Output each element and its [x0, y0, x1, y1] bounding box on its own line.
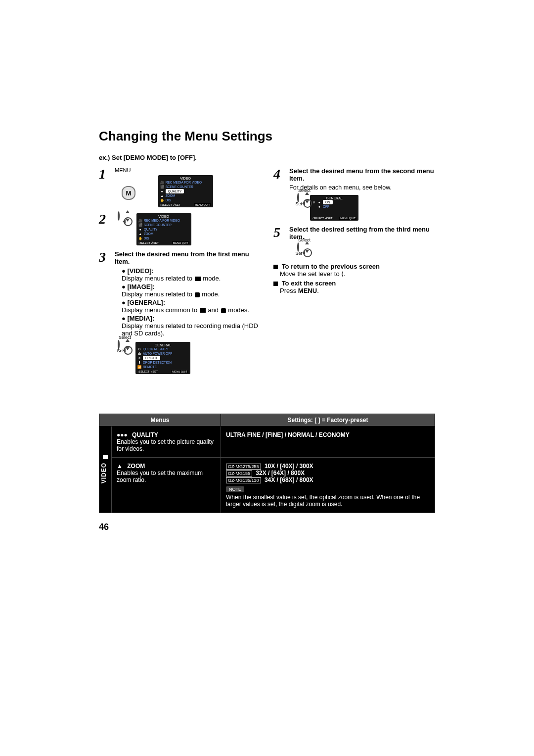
zoom-note-body: When the smallest value is set, the opti…: [226, 494, 430, 508]
step-5: 5 Select the desired setting from the th…: [273, 226, 435, 256]
step-number: 4: [273, 167, 284, 181]
osd-title: VIDEO: [160, 177, 211, 180]
control-lever-select-set-icon: Select Set: [294, 243, 302, 256]
step-number: 5: [273, 226, 284, 239]
example-line: ex.) Set [DEMO MODE] to [OFF].: [99, 154, 435, 161]
row-zoom: ▲ ZOOM Enables you to set the maximum zo…: [99, 458, 435, 513]
settings-table: Menus Settings: [ ] = Factory-preset VID…: [99, 414, 435, 513]
manual-page: Changing the Menu Settings ex.) Set [DEM…: [99, 129, 435, 532]
menu-desc-quality: Enables you to set the picture quality f…: [117, 438, 214, 452]
model-chip: GZ-MG275/255: [226, 464, 261, 470]
osd-title: GENERAL: [312, 196, 356, 200]
model-chip: GZ-MG135/130: [226, 477, 261, 483]
m-button-icon: M: [122, 186, 135, 200]
square-bullet-icon: [273, 265, 278, 269]
menu-button-label: MENU: [115, 167, 261, 173]
page-number: 46: [99, 522, 435, 532]
osd-screen-video-1: VIDEO 🎥REC MEDIA FOR VIDEO 🎬SCENE COUNTE…: [158, 175, 213, 207]
return-instruction: To return to the previous screen Move th…: [273, 263, 435, 278]
th-settings: Settings: [ ] = Factory-preset: [221, 414, 435, 426]
left-column: 1 MENU M VIDEO 🎥REC MEDIA FOR VIDEO 🎬SCE…: [99, 167, 261, 379]
still-mode-icon: [221, 308, 226, 313]
model-chip: GZ-MG155: [226, 471, 252, 476]
osd-screen-general-onoff: GENERAL ⛭●ON ●OFF ↕SELECT ↲SET MENU QUIT: [310, 195, 358, 221]
control-lever-select-set-icon: Select Set: [115, 341, 123, 353]
two-column-body: 1 MENU M VIDEO 🎥REC MEDIA FOR VIDEO 🎬SCE…: [99, 167, 435, 379]
step-1: 1 MENU M VIDEO 🎥REC MEDIA FOR VIDEO 🎬SCE…: [99, 167, 261, 207]
video-mode-icon: [195, 277, 201, 281]
menu-name-zoom: ZOOM: [127, 463, 145, 470]
video-section-icon: [103, 455, 108, 459]
control-lever-select-set-icon: Select Set: [294, 194, 302, 206]
step-4: 4 Select the desired menu from the secon…: [273, 167, 435, 221]
hand-press-icon: M: [115, 174, 149, 204]
zoom-model2-values: 32X / [64X] / 800X: [256, 470, 305, 476]
osd-title: GENERAL: [137, 343, 188, 347]
zoom-model1-values: 10X / [40X] / 300X: [265, 463, 313, 470]
page-title: Changing the Menu Settings: [99, 129, 435, 144]
osd-screen-video-2: VIDEO 🎥REC MEDIA FOR VIDEO 🎬SCENE COUNTE…: [136, 213, 191, 245]
menu-name-quality: QUALITY: [132, 431, 158, 438]
step-number: 2: [99, 212, 110, 226]
control-lever-icon: [115, 212, 123, 220]
menu-desc-zoom: Enables you to set the maximum zoom rati…: [117, 470, 203, 483]
note-badge: NOTE: [226, 486, 244, 492]
osd-title: VIDEO: [138, 215, 189, 218]
quality-icon: ●●●: [117, 431, 128, 438]
step-2: 2 VIDEO 🎥REC MEDIA FOR VIDEO 🎬SCENE COUN…: [99, 212, 261, 245]
right-column: 4 Select the desired menu from the secon…: [273, 167, 435, 379]
step-number: 3: [99, 250, 110, 264]
osd-screen-general: GENERAL ↻QUICK RESTART ⏻AUTO POWER OFF ☀…: [135, 342, 190, 374]
square-bullet-icon: [273, 282, 278, 286]
quality-settings-values: ULTRA FINE / [FINE] / NORMAL / ECONOMY: [226, 431, 350, 438]
row-quality: VIDEO ●●● QUALITY Enables you to set the…: [99, 426, 435, 458]
step-number: 1: [99, 167, 110, 181]
step-4-text: Select the desired menu from the second …: [289, 167, 434, 182]
step-3: 3 Select the desired menu from the first…: [99, 250, 261, 374]
step-4-sub: For details on each menu, see below.: [289, 184, 435, 191]
video-mode-icon: [200, 308, 206, 313]
zoom-model3-values: 34X / [68X] / 800X: [265, 476, 313, 483]
step-3-text: Select the desired menu from the first m…: [115, 250, 249, 265]
exit-instruction: To exit the screen Press MENU.: [273, 280, 435, 294]
step-3-bullets: ● [VIDEO]: Display menus related to mode…: [122, 267, 261, 337]
still-mode-icon: [195, 292, 200, 297]
zoom-icon: ▲: [117, 463, 123, 470]
section-video-tab: VIDEO: [99, 426, 112, 513]
th-menus: Menus: [99, 414, 221, 426]
